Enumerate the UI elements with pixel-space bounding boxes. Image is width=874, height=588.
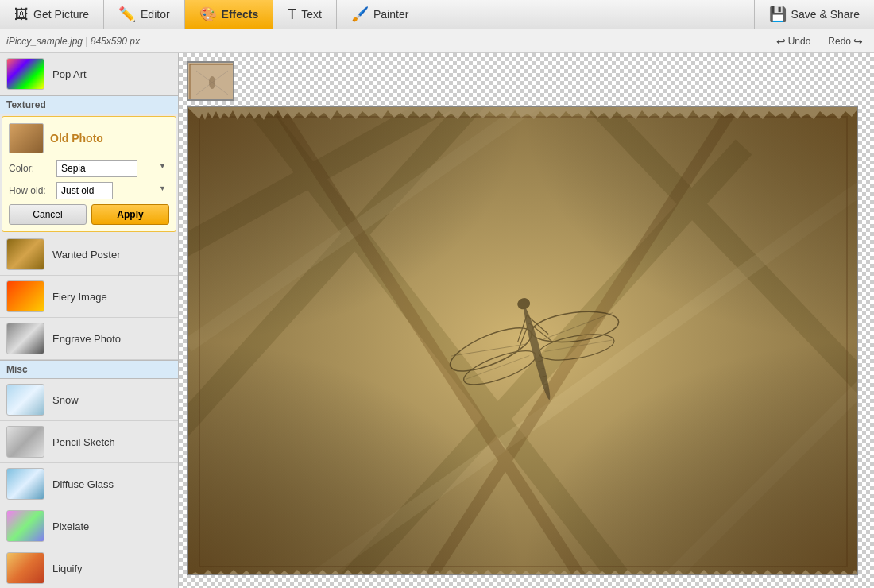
file-info: iPiccy_sample.jpg | 845x590 px xyxy=(6,36,140,47)
main-canvas xyxy=(187,106,858,575)
snow-label: Snow xyxy=(52,394,79,406)
nav-editor[interactable]: ✏️ Editor xyxy=(104,0,185,29)
engrave-photo-thumb xyxy=(6,323,44,354)
pop-art-label: Pop Art xyxy=(52,68,87,80)
sidebar-item-fiery-image[interactable]: Fiery Image xyxy=(0,276,178,318)
main-layout: Pop Art Textured Old Photo Color: Sepia … xyxy=(0,53,874,588)
pencil-sketch-label: Pencil Sketch xyxy=(52,436,115,448)
sidebar-item-pop-art[interactable]: Pop Art xyxy=(0,53,178,95)
canvas-thumbnail-svg xyxy=(188,63,234,101)
nav-editor-label: Editor xyxy=(141,8,170,21)
fiery-image-thumb xyxy=(6,280,44,312)
engrave-photo-label: Engrave Photo xyxy=(52,333,121,345)
redo-button[interactable]: Redo ↪ xyxy=(823,33,868,49)
nav-effects-label: Effects xyxy=(222,8,259,21)
sidebar: Pop Art Textured Old Photo Color: Sepia … xyxy=(0,53,179,588)
pencil-sketch-thumb xyxy=(6,426,44,458)
pixelate-thumb xyxy=(6,510,44,542)
nav-save-label: Save & Share xyxy=(791,8,860,21)
editor-icon: ✏️ xyxy=(118,6,136,23)
diffuse-glass-label: Diffuse Glass xyxy=(52,478,114,490)
sidebar-item-wanted-poster[interactable]: Wanted Poster xyxy=(0,234,178,276)
sidebar-item-pencil-sketch[interactable]: Pencil Sketch xyxy=(0,421,178,463)
fiery-image-label: Fiery Image xyxy=(52,291,107,303)
textured-section-header: Textured xyxy=(0,95,178,114)
snow-thumb xyxy=(6,384,44,416)
sidebar-item-pixelate[interactable]: Pixelate xyxy=(0,505,178,547)
sidebar-item-liquify[interactable]: Liquify xyxy=(0,547,178,588)
nav-save-share[interactable]: 💾 Save & Share xyxy=(754,0,874,29)
undo-icon: ↩ xyxy=(776,35,786,48)
color-field-row: Color: Sepia Black & White None xyxy=(9,160,169,177)
nav-text[interactable]: T Text xyxy=(273,0,337,29)
pixelate-label: Pixelate xyxy=(52,520,89,532)
old-photo-title: Old Photo xyxy=(50,132,103,145)
top-nav: 🖼 Get Picture ✏️ Editor 🎨 Effects T Text… xyxy=(0,0,874,29)
save-icon: 💾 xyxy=(769,6,787,23)
apply-button[interactable]: Apply xyxy=(91,204,169,225)
text-icon: T xyxy=(288,6,296,23)
how-old-field-row: How old: Just old Very old Ancient xyxy=(9,182,169,199)
nav-painter-label: Painter xyxy=(373,8,408,21)
nav-get-picture[interactable]: 🖼 Get Picture xyxy=(0,0,104,29)
svg-rect-40 xyxy=(188,107,858,575)
how-old-label: How old: xyxy=(9,185,56,196)
nav-text-label: Text xyxy=(301,8,322,21)
nav-get-picture-label: Get Picture xyxy=(33,8,89,21)
action-buttons: Cancel Apply xyxy=(9,204,169,225)
svg-point-4 xyxy=(209,76,215,89)
painter-icon: 🖌️ xyxy=(351,6,369,23)
sidebar-item-diffuse-glass[interactable]: Diffuse Glass xyxy=(0,463,178,505)
liquify-thumb xyxy=(6,552,44,584)
nav-effects[interactable]: 🎨 Effects xyxy=(185,0,274,29)
redo-icon: ↪ xyxy=(853,35,863,48)
pop-art-thumb xyxy=(6,58,44,90)
toolbar: iPiccy_sample.jpg | 845x590 px ↩ Undo Re… xyxy=(0,29,874,53)
wanted-poster-thumb xyxy=(6,238,44,270)
color-select[interactable]: Sepia Black & White None xyxy=(56,160,137,177)
canvas-container xyxy=(187,61,858,575)
get-picture-icon: 🖼 xyxy=(14,6,29,23)
main-canvas-svg xyxy=(188,107,858,575)
effects-icon: 🎨 xyxy=(199,6,217,23)
how-old-select-wrap: Just old Very old Ancient xyxy=(56,182,169,199)
canvas-area xyxy=(179,53,874,588)
cancel-button[interactable]: Cancel xyxy=(9,204,87,225)
wanted-poster-label: Wanted Poster xyxy=(52,249,121,261)
diffuse-glass-thumb xyxy=(6,468,44,500)
undo-button[interactable]: ↩ Undo xyxy=(772,33,816,49)
sidebar-item-engrave-photo[interactable]: Engrave Photo xyxy=(0,318,178,360)
sidebar-item-snow[interactable]: Snow xyxy=(0,379,178,421)
how-old-select[interactable]: Just old Very old Ancient xyxy=(56,182,113,199)
old-photo-thumb xyxy=(9,123,44,153)
old-photo-header: Old Photo xyxy=(9,123,169,153)
old-photo-panel: Old Photo Color: Sepia Black & White Non… xyxy=(2,116,176,232)
color-label: Color: xyxy=(9,163,56,174)
misc-section-header: Misc xyxy=(0,360,178,379)
liquify-label: Liquify xyxy=(52,563,83,574)
nav-painter[interactable]: 🖌️ Painter xyxy=(337,0,423,29)
color-select-wrap: Sepia Black & White None xyxy=(56,160,169,177)
